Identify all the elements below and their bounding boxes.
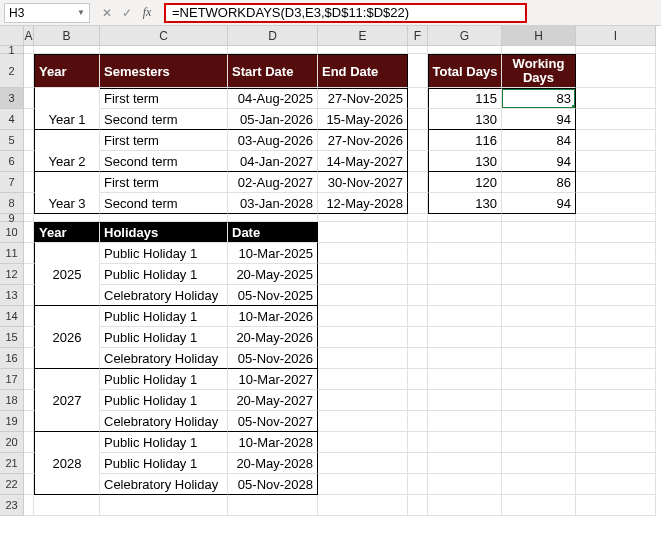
cell[interactable] [576, 348, 656, 369]
cell-hol-name[interactable]: Public Holiday 1 [100, 453, 228, 474]
cell[interactable] [100, 46, 228, 54]
cell[interactable] [318, 474, 408, 495]
row-header-17[interactable]: 17 [0, 369, 24, 390]
cell[interactable] [408, 88, 428, 109]
header-start-date[interactable]: Start Date [228, 54, 318, 88]
cell-hol-year[interactable] [34, 474, 100, 495]
cell[interactable] [428, 474, 502, 495]
cell-hol-name[interactable]: Public Holiday 1 [100, 306, 228, 327]
cell[interactable] [502, 327, 576, 348]
cell[interactable] [576, 109, 656, 130]
cell[interactable] [100, 214, 228, 222]
cell-hol-year[interactable]: 2026 [34, 327, 100, 348]
cell-end[interactable]: 12-May-2028 [318, 193, 408, 214]
cell[interactable] [24, 193, 34, 214]
cell[interactable] [100, 495, 228, 516]
cell[interactable] [502, 46, 576, 54]
cell-year[interactable] [34, 172, 100, 193]
cell[interactable] [24, 243, 34, 264]
cell[interactable] [428, 306, 502, 327]
cell[interactable] [502, 432, 576, 453]
cell[interactable] [24, 369, 34, 390]
cell-hol-name[interactable]: Celebratory Holiday [100, 411, 228, 432]
row-header-13[interactable]: 13 [0, 285, 24, 306]
cell[interactable] [428, 222, 502, 243]
cell[interactable] [502, 243, 576, 264]
cell-hol-date[interactable]: 10-Mar-2027 [228, 369, 318, 390]
cell-hol-date[interactable]: 05-Nov-2028 [228, 474, 318, 495]
cell-hol-date[interactable]: 05-Nov-2026 [228, 348, 318, 369]
cell-sem[interactable]: Second term [100, 193, 228, 214]
cell-end[interactable]: 15-May-2026 [318, 109, 408, 130]
cell[interactable] [24, 264, 34, 285]
header-holidays[interactable]: Holidays [100, 222, 228, 243]
cell[interactable] [428, 411, 502, 432]
cell[interactable] [428, 214, 502, 222]
cell[interactable] [228, 46, 318, 54]
cell[interactable] [576, 453, 656, 474]
cell[interactable] [576, 193, 656, 214]
header-total-days[interactable]: Total Days [428, 54, 502, 88]
cell[interactable] [502, 495, 576, 516]
cell-start[interactable]: 05-Jan-2026 [228, 109, 318, 130]
cell[interactable] [318, 348, 408, 369]
cell-end[interactable]: 30-Nov-2027 [318, 172, 408, 193]
cell-hol-date[interactable]: 20-May-2027 [228, 390, 318, 411]
cell[interactable] [318, 243, 408, 264]
cell-hol-name[interactable]: Public Holiday 1 [100, 369, 228, 390]
cancel-icon[interactable]: ✕ [98, 4, 116, 22]
cell[interactable] [576, 243, 656, 264]
cell[interactable] [34, 214, 100, 222]
cell[interactable] [576, 285, 656, 306]
cell[interactable] [24, 474, 34, 495]
cell-hol-name[interactable]: Celebratory Holiday [100, 348, 228, 369]
cell[interactable] [408, 495, 428, 516]
row-header-2[interactable]: 2 [0, 54, 24, 88]
cell[interactable] [502, 348, 576, 369]
cell[interactable] [408, 243, 428, 264]
cell[interactable] [408, 222, 428, 243]
cell[interactable] [24, 453, 34, 474]
cell-start[interactable]: 03-Aug-2026 [228, 130, 318, 151]
cell[interactable] [408, 151, 428, 172]
cell[interactable] [228, 495, 318, 516]
cell-hol-year[interactable] [34, 285, 100, 306]
cell-total[interactable]: 130 [428, 193, 502, 214]
chevron-down-icon[interactable]: ▼ [77, 8, 85, 17]
cell-hol-year[interactable] [34, 243, 100, 264]
cell-hol-name[interactable]: Public Holiday 1 [100, 264, 228, 285]
header-year2[interactable]: Year [34, 222, 100, 243]
col-header-H[interactable]: H [502, 26, 576, 46]
cell[interactable] [502, 369, 576, 390]
cell[interactable] [576, 369, 656, 390]
cell[interactable] [318, 432, 408, 453]
cell[interactable] [318, 214, 408, 222]
cell-start[interactable]: 03-Jan-2028 [228, 193, 318, 214]
row-header-7[interactable]: 7 [0, 172, 24, 193]
cell[interactable] [502, 306, 576, 327]
cell[interactable] [408, 172, 428, 193]
row-header-23[interactable]: 23 [0, 495, 24, 516]
cell-hol-year[interactable] [34, 411, 100, 432]
cell-hol-year[interactable]: 2027 [34, 390, 100, 411]
cell[interactable] [24, 306, 34, 327]
cell[interactable] [408, 474, 428, 495]
cell[interactable] [24, 88, 34, 109]
cell-hol-year[interactable] [34, 306, 100, 327]
cell-sem[interactable]: First term [100, 172, 228, 193]
cell[interactable] [24, 348, 34, 369]
cell[interactable] [576, 306, 656, 327]
cell[interactable] [428, 369, 502, 390]
cell[interactable] [408, 54, 428, 88]
cell-hol-date[interactable]: 10-Mar-2028 [228, 432, 318, 453]
cell[interactable] [408, 432, 428, 453]
cell[interactable] [408, 369, 428, 390]
cell-hol-name[interactable]: Public Holiday 1 [100, 243, 228, 264]
header-semesters[interactable]: Semesters [100, 54, 228, 88]
cell[interactable] [408, 130, 428, 151]
cell[interactable] [318, 264, 408, 285]
cell-end[interactable]: 27-Nov-2025 [318, 88, 408, 109]
cell[interactable] [408, 285, 428, 306]
cell[interactable] [408, 390, 428, 411]
cell-working[interactable]: 84 [502, 130, 576, 151]
